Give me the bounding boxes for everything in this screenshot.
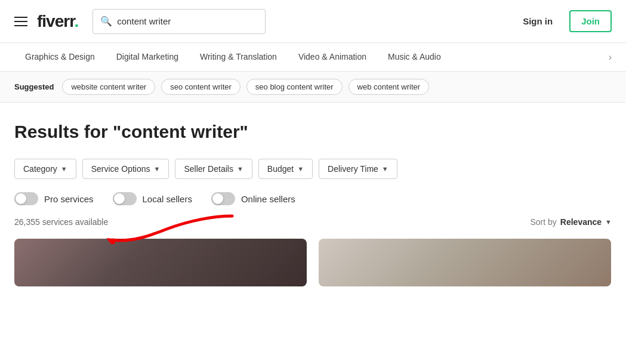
- sort-row: Sort by Relevance ▼: [530, 217, 612, 227]
- chevron-down-icon: ▼: [154, 165, 161, 172]
- header: fiverr. 🔍 Sign in Join: [0, 0, 626, 43]
- local-sellers-toggle[interactable]: [113, 192, 137, 205]
- filter-service-options[interactable]: Service Options ▼: [82, 159, 169, 179]
- toggle-pro-services: Pro services: [14, 192, 94, 205]
- filter-budget[interactable]: Budget ▼: [258, 159, 313, 179]
- local-sellers-label: Local sellers: [143, 194, 192, 204]
- nav-item-video[interactable]: Video & Animation: [288, 43, 377, 71]
- filter-seller-details[interactable]: Seller Details ▼: [175, 159, 252, 179]
- logo-dot: .: [75, 12, 79, 30]
- results-query: "content writer": [113, 122, 248, 141]
- filter-category[interactable]: Category ▼: [14, 159, 76, 179]
- sort-value: Relevance: [560, 217, 602, 227]
- nav-item-graphics[interactable]: Graphics & Design: [14, 43, 106, 71]
- logo-text: fiverr: [37, 12, 75, 30]
- chevron-down-icon: ▼: [297, 165, 304, 172]
- suggested-tag-seo-blog[interactable]: seo blog content writer: [246, 79, 343, 95]
- suggested-tag-website[interactable]: website content writer: [62, 79, 155, 95]
- join-button[interactable]: Join: [569, 10, 612, 32]
- suggested-tag-web[interactable]: web content writer: [349, 79, 430, 95]
- toggle-online-sellers: Online sellers: [211, 192, 295, 205]
- nav-item-digital[interactable]: Digital Marketing: [106, 43, 189, 71]
- nav-item-writing[interactable]: Writing & Translation: [189, 43, 288, 71]
- cards-row: [14, 239, 612, 286]
- sign-in-button[interactable]: Sign in: [516, 11, 560, 31]
- suggested-label: Suggested: [14, 82, 54, 91]
- pro-services-toggle[interactable]: [14, 192, 38, 205]
- arrow-annotation: [107, 211, 238, 246]
- chevron-down-icon: ▼: [382, 165, 388, 172]
- sort-label: Sort by: [530, 217, 556, 227]
- hamburger-menu[interactable]: [14, 17, 27, 26]
- search-icon: 🔍: [100, 16, 112, 27]
- search-input[interactable]: [117, 16, 258, 26]
- filter-bar: Category ▼ Service Options ▼ Seller Deta…: [14, 159, 612, 179]
- main-nav: Graphics & Design Digital Marketing Writ…: [0, 43, 626, 72]
- sort-chevron-down-icon[interactable]: ▼: [605, 218, 612, 226]
- nav-more-chevron[interactable]: ›: [609, 52, 612, 63]
- count-row: 26,355 services available Sort by Releva…: [14, 217, 612, 227]
- services-count: 26,355 services available: [14, 217, 108, 227]
- logo[interactable]: fiverr.: [37, 12, 78, 31]
- pro-services-label: Pro services: [44, 194, 94, 204]
- results-title-prefix: Results for: [14, 122, 113, 141]
- card-right[interactable]: [319, 239, 611, 286]
- main-content: Results for "content writer" Category ▼ …: [0, 103, 626, 296]
- chevron-down-icon: ▼: [237, 165, 243, 172]
- results-title: Results for "content writer": [14, 122, 612, 142]
- online-sellers-toggle[interactable]: [211, 192, 235, 205]
- filter-delivery-time[interactable]: Delivery Time ▼: [319, 159, 397, 179]
- search-bar: 🔍: [92, 9, 266, 34]
- toggle-local-sellers: Local sellers: [113, 192, 192, 205]
- chevron-down-icon: ▼: [61, 165, 67, 172]
- suggested-bar: Suggested website content writer seo con…: [0, 72, 626, 103]
- toggle-row: Pro services Local sellers Online seller…: [14, 192, 612, 205]
- nav-item-music[interactable]: Music & Audio: [377, 43, 452, 71]
- online-sellers-label: Online sellers: [241, 194, 295, 204]
- suggested-tag-seo[interactable]: seo content writer: [161, 79, 240, 95]
